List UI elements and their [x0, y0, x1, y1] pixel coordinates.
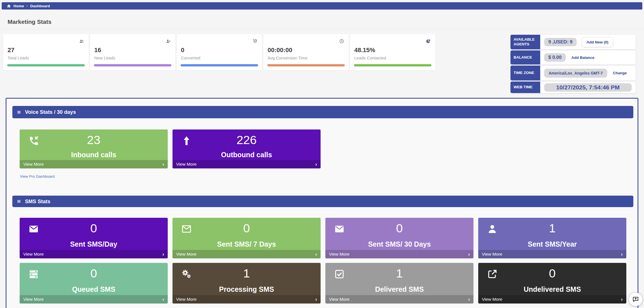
balance-value-area: $ 0.00 Add Balance	[540, 50, 636, 64]
balance-label: BALANCE	[510, 50, 540, 64]
account-panel: AVAILABLE AGENTS 9 ,USED: 9 Add New (0) …	[510, 35, 636, 93]
sent-sms-7days-value: 0	[173, 222, 321, 235]
balance-row: BALANCE $ 0.00 Add Balance	[510, 50, 636, 64]
available-agents-label: AVAILABLE AGENTS	[510, 35, 540, 49]
view-more-sms-day-button[interactable]: View More ›	[20, 250, 168, 258]
delivered-sms-value: 1	[325, 267, 473, 280]
view-more-label: View More	[482, 297, 502, 302]
stat-progress-bar	[7, 64, 85, 66]
voice-cards-row: 23 Inbound calls View More › 226 Outboun…	[20, 129, 321, 168]
view-more-queued-button[interactable]: View More ›	[20, 295, 168, 304]
stat-value: 0	[181, 47, 184, 54]
breadcrumb-home[interactable]: Home	[13, 4, 24, 8]
stat-card-total-leads: 27 Total Leads	[3, 34, 89, 70]
stat-value: 27	[8, 47, 14, 54]
undelivered-sms-card: 0 Undelivered SMS View More ›	[478, 263, 626, 304]
available-agents-value: 9 ,USED: 9	[544, 38, 577, 46]
message-plus-icon	[632, 296, 639, 303]
dashboard-screen: Home › Dashboard Marketing Stats 27 Tota…	[0, 0, 644, 308]
view-more-delivered-button[interactable]: View More ›	[325, 295, 473, 304]
chevron-right-icon: ›	[621, 252, 623, 257]
undelivered-sms-value: 0	[478, 267, 626, 280]
view-more-label: View More	[329, 252, 349, 257]
outbound-calls-label: Outbound calls	[173, 151, 321, 159]
sent-sms-7days-label: Sent SMS/ 7 Days	[173, 240, 321, 248]
stat-label: Converted	[181, 55, 200, 60]
stat-label: New Leads	[94, 55, 115, 60]
chevron-right-icon: ›	[315, 297, 317, 302]
timezone-label: TIME ZONE	[510, 66, 540, 80]
webtime-row: WEB TIME 10/27/2025, 7:54:46 PM	[510, 82, 636, 93]
inbound-calls-value: 23	[20, 133, 168, 147]
view-more-label: View More	[23, 297, 44, 302]
breadcrumb-separator: ›	[27, 4, 28, 8]
processing-sms-card: 1 Processing SMS View More ›	[173, 263, 321, 304]
add-new-button[interactable]: Add New (0)	[582, 38, 613, 47]
chevron-right-icon: ›	[315, 252, 317, 257]
marketing-stats-row: 27 Total Leads 16 New Leads 0 Converted …	[3, 34, 435, 70]
view-more-undelivered-button[interactable]: View More ›	[478, 295, 626, 304]
divider	[0, 29, 644, 29]
view-more-label: View More	[176, 297, 197, 302]
stat-label: Leads Contacted	[354, 55, 386, 60]
chevron-right-icon: ›	[315, 162, 317, 167]
view-more-sms-year-button[interactable]: View More ›	[478, 250, 626, 258]
chevron-right-icon: ›	[162, 297, 164, 302]
view-more-sms-7days-button[interactable]: View More ›	[173, 250, 321, 258]
add-balance-button[interactable]: Add Balance	[571, 55, 594, 60]
chevron-right-icon: ›	[468, 252, 470, 257]
change-timezone-button[interactable]: Change	[613, 71, 627, 75]
view-more-inbound-button[interactable]: View More ›	[20, 160, 168, 168]
view-more-outbound-button[interactable]: View More ›	[173, 160, 321, 168]
stat-progress-bar	[267, 64, 345, 66]
stat-value: 48.15%	[354, 47, 375, 54]
view-more-sms-30days-button[interactable]: View More ›	[325, 250, 473, 258]
delivered-sms-card: 1 Delivered SMS View More ›	[325, 263, 473, 304]
queued-sms-card: 0 Queued SMS View More ›	[20, 263, 168, 304]
breadcrumb: Home › Dashboard	[2, 2, 642, 10]
timezone-value: America/Los_Angeles GMT-7	[544, 69, 607, 78]
timezone-value-area: America/Los_Angeles GMT-7 Change	[540, 66, 636, 80]
sms-cards-row-2: 0 Queued SMS View More › 1 Processing SM…	[20, 263, 626, 304]
sent-sms-year-value: 1	[478, 222, 626, 235]
sent-sms-day-label: Sent SMS/Day	[20, 240, 168, 248]
sent-sms-year-label: Sent SMS/Year	[478, 240, 626, 248]
view-more-label: View More	[329, 297, 349, 302]
stats-panel: Voice Stats / 30 days 23 Inbound calls V…	[6, 98, 638, 308]
inbound-calls-card: 23 Inbound calls View More ›	[20, 129, 168, 168]
page-title: Marketing Stats	[8, 18, 51, 25]
sent-sms-30days-value: 0	[325, 222, 473, 235]
view-more-label: View More	[23, 252, 44, 257]
sent-sms-30days-card: 0 Sent SMS/ 30 Days View More ›	[325, 218, 473, 258]
sent-sms-7days-card: 0 Sent SMS/ 7 Days View More ›	[173, 218, 321, 258]
available-agents-value-area: 9 ,USED: 9 Add New (0)	[540, 35, 636, 49]
stat-card-new-leads: 16 New Leads	[90, 34, 175, 70]
view-more-label: View More	[176, 252, 197, 257]
processing-sms-label: Processing SMS	[173, 285, 321, 293]
stat-label: Total Leads	[8, 55, 29, 60]
balance-value: $ 0.00	[544, 53, 566, 62]
clock-icon	[339, 39, 344, 45]
user-plus-icon	[166, 39, 171, 45]
stat-progress-bar	[94, 64, 171, 66]
view-more-processing-button[interactable]: View More ›	[173, 295, 321, 304]
view-pro-dashboard-link[interactable]: View Pro Dashboard	[20, 174, 55, 179]
stat-progress-bar	[354, 64, 431, 66]
cart-plus-icon	[252, 39, 257, 45]
home-icon	[7, 4, 11, 8]
stat-value: 16	[94, 47, 101, 54]
outbound-calls-value: 226	[173, 133, 321, 147]
bars-icon	[17, 199, 21, 204]
chevron-right-icon: ›	[162, 252, 164, 257]
undelivered-sms-label: Undelivered SMS	[478, 285, 626, 293]
stat-progress-bar	[181, 64, 258, 66]
chevron-right-icon: ›	[621, 297, 623, 302]
webtime-label: WEB TIME	[510, 82, 540, 93]
stat-label: Avg Conversion Time	[268, 55, 307, 60]
queued-sms-value: 0	[20, 267, 168, 280]
sent-sms-day-card: 0 Sent SMS/Day View More ›	[20, 218, 168, 258]
stat-card-leads-contacted: 48.15% Leads Contacted	[350, 34, 435, 70]
sms-stats-header: SMS Stats	[12, 196, 633, 207]
feedback-fab-button[interactable]	[629, 293, 642, 306]
view-more-label: View More	[482, 252, 502, 257]
